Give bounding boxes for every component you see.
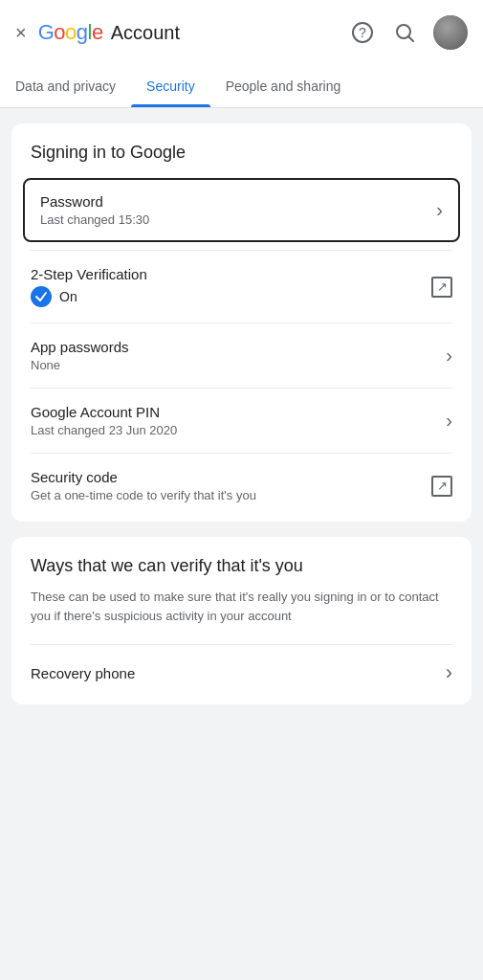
security-code-external-icon <box>431 476 452 497</box>
password-content: Password Last changed 15:30 <box>40 193 425 227</box>
tab-people-sharing[interactable]: People and sharing <box>210 65 357 107</box>
help-icon[interactable]: ? <box>349 19 376 46</box>
tab-data-privacy[interactable]: Data and privacy <box>0 65 131 107</box>
tab-security[interactable]: Security <box>131 65 210 107</box>
search-icon[interactable] <box>391 19 418 46</box>
google-pin-chevron-icon: › <box>446 410 452 432</box>
app-passwords-title: App passwords <box>31 339 434 355</box>
two-step-row[interactable]: 2-Step Verification On <box>11 251 472 323</box>
recovery-phone-label: Recovery phone <box>31 665 135 681</box>
password-item[interactable]: Password Last changed 15:30 › <box>23 178 460 242</box>
two-step-status: On <box>31 286 420 307</box>
two-step-on-label: On <box>59 289 77 304</box>
app-passwords-content: App passwords None <box>31 339 434 372</box>
header: × Google Account ? <box>0 0 483 65</box>
tab-bar: Data and privacy Security People and sha… <box>0 65 483 108</box>
two-step-external-icon <box>431 277 452 298</box>
security-code-content: Security code Get a one-time code to ver… <box>31 469 420 502</box>
security-code-row[interactable]: Security code Get a one-time code to ver… <box>11 454 472 522</box>
google-pin-title: Google Account PIN <box>31 404 434 420</box>
close-button[interactable]: × <box>15 22 27 44</box>
account-label: Account <box>111 22 180 44</box>
security-code-subtitle: Get a one-time code to verify that it's … <box>31 488 420 502</box>
google-pin-content: Google Account PIN Last changed 23 Jun 2… <box>31 404 434 437</box>
password-title: Password <box>40 193 425 210</box>
google-pin-row[interactable]: Google Account PIN Last changed 23 Jun 2… <box>11 389 472 453</box>
avatar[interactable] <box>433 15 468 50</box>
two-step-title: 2-Step Verification <box>31 266 420 282</box>
password-subtitle: Last changed 15:30 <box>40 212 425 227</box>
main-content: Signing in to Google Password Last chang… <box>0 108 483 720</box>
verify-description: These can be used to make sure that it's… <box>31 588 452 625</box>
recovery-phone-chevron-icon: › <box>446 660 452 685</box>
svg-line-3 <box>409 37 414 42</box>
verify-card: Ways that we can verify that it's you Th… <box>11 537 472 704</box>
security-code-title: Security code <box>31 469 420 485</box>
verify-title: Ways that we can verify that it's you <box>31 556 452 576</box>
signing-in-card: Signing in to Google Password Last chang… <box>11 123 472 522</box>
google-logo: Google <box>38 20 103 45</box>
google-pin-subtitle: Last changed 23 Jun 2020 <box>31 423 434 437</box>
password-chevron-icon: › <box>436 199 443 221</box>
app-passwords-row[interactable]: App passwords None › <box>11 323 472 388</box>
app-passwords-chevron-icon: › <box>446 345 452 367</box>
password-row[interactable]: Password Last changed 15:30 › <box>25 180 458 240</box>
check-icon <box>31 286 52 307</box>
svg-text:?: ? <box>359 25 366 40</box>
header-icons: ? <box>349 15 468 50</box>
signing-in-title: Signing in to Google <box>11 143 472 178</box>
app-passwords-subtitle: None <box>31 358 434 372</box>
recovery-phone-row[interactable]: Recovery phone › <box>31 645 452 685</box>
two-step-content: 2-Step Verification On <box>31 266 420 307</box>
